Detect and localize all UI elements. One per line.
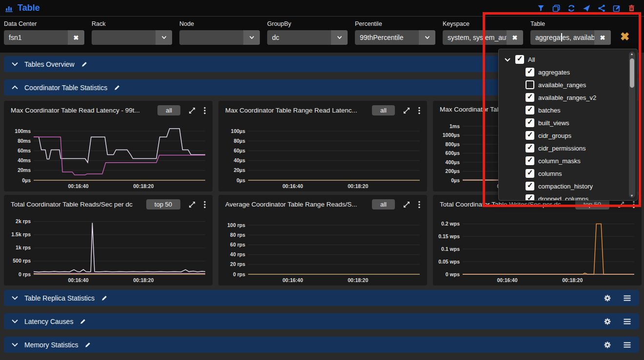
clear-all-filters-icon[interactable]: ✖ bbox=[620, 30, 629, 43]
checkbox[interactable] bbox=[526, 194, 534, 201]
svg-text:20 rps: 20 rps bbox=[230, 261, 245, 267]
checkbox[interactable] bbox=[526, 93, 534, 102]
delete-icon[interactable] bbox=[628, 4, 636, 13]
chevron-down-icon[interactable] bbox=[331, 30, 348, 45]
section-memory-statistics[interactable]: Memory Statistics bbox=[4, 337, 639, 353]
expand-icon[interactable] bbox=[403, 107, 410, 114]
refresh-icon[interactable] bbox=[567, 4, 576, 13]
svg-text:100µs: 100µs bbox=[231, 128, 246, 134]
checkbox[interactable] bbox=[526, 144, 534, 152]
kebab-menu-icon[interactable] bbox=[418, 107, 420, 114]
keyspace-input[interactable]: system, system_auth ✖ bbox=[443, 30, 523, 45]
expand-icon[interactable] bbox=[189, 201, 195, 208]
duplicate-icon[interactable] bbox=[552, 4, 561, 13]
groupby-value[interactable]: dc bbox=[267, 30, 331, 45]
checkbox[interactable] bbox=[526, 118, 534, 127]
expand-icon[interactable] bbox=[189, 107, 195, 114]
checkbox[interactable] bbox=[526, 131, 534, 140]
hamburger-menu-icon[interactable] bbox=[623, 295, 631, 302]
dropdown-item-all[interactable]: All bbox=[499, 53, 637, 66]
checkbox[interactable] bbox=[515, 55, 524, 64]
dropdown-item-label: cidr_permissions bbox=[538, 145, 586, 152]
send-icon[interactable] bbox=[583, 4, 591, 13]
dropdown-item[interactable]: built_views bbox=[499, 116, 637, 129]
gear-icon[interactable] bbox=[604, 294, 611, 302]
table-value[interactable]: aggregates, available bbox=[530, 30, 594, 45]
dropdown-item[interactable]: column_masks bbox=[499, 154, 637, 167]
svg-text:100ms: 100ms bbox=[15, 128, 31, 134]
pencil-icon[interactable] bbox=[101, 295, 108, 302]
percentile-select[interactable]: 99thPercentile bbox=[355, 30, 435, 45]
clear-icon[interactable]: ✖ bbox=[507, 30, 523, 45]
svg-text:00:18:20: 00:18:20 bbox=[133, 277, 154, 283]
edit-icon[interactable] bbox=[613, 4, 621, 13]
filter-icon[interactable] bbox=[537, 4, 546, 13]
rack-value[interactable] bbox=[92, 30, 156, 45]
pencil-icon[interactable] bbox=[79, 318, 86, 325]
chevron-down-icon[interactable] bbox=[505, 57, 511, 62]
keyspace-value[interactable]: system, system_auth bbox=[443, 30, 507, 45]
node-value[interactable] bbox=[179, 30, 243, 45]
dropdown-item-label: built_views bbox=[538, 119, 569, 127]
dropdown-item[interactable]: available_ranges bbox=[499, 78, 637, 91]
rack-select[interactable] bbox=[92, 30, 172, 45]
dropdown-item[interactable]: columns bbox=[499, 167, 637, 180]
dropdown-item[interactable]: available_ranges_v2 bbox=[499, 91, 637, 104]
dropdown-item[interactable]: batches bbox=[499, 104, 637, 116]
scrollbar[interactable] bbox=[629, 52, 635, 198]
data-center-input[interactable]: fsn1 ✖ bbox=[4, 30, 84, 45]
section-table-replica-statistics[interactable]: Table Replica Statistics bbox=[4, 290, 639, 306]
filter-table: Table aggregates, available ✖ bbox=[530, 20, 611, 45]
checkbox[interactable] bbox=[526, 68, 534, 76]
clear-icon[interactable]: ✖ bbox=[594, 30, 611, 45]
panel-filter-badge[interactable]: top 50 bbox=[146, 199, 180, 209]
node-select[interactable] bbox=[179, 30, 260, 45]
hamburger-menu-icon[interactable] bbox=[623, 318, 631, 325]
groupby-select[interactable]: dc bbox=[267, 30, 348, 45]
kebab-menu-icon[interactable] bbox=[633, 201, 635, 208]
dropdown-item[interactable]: dropped_columns bbox=[499, 192, 637, 201]
svg-text:0 rps: 0 rps bbox=[233, 271, 245, 277]
panel-filter-badge[interactable]: all bbox=[372, 105, 395, 115]
pencil-icon[interactable] bbox=[114, 84, 120, 91]
hamburger-menu-icon[interactable] bbox=[623, 341, 631, 348]
dropdown-item[interactable]: cidr_groups bbox=[499, 129, 637, 142]
chevron-down-icon[interactable] bbox=[419, 30, 435, 45]
clear-icon[interactable]: ✖ bbox=[68, 30, 84, 45]
bar-chart-icon bbox=[5, 4, 14, 13]
panel-filter-badge[interactable]: all bbox=[372, 199, 395, 209]
scrollbar-thumb[interactable] bbox=[630, 58, 634, 88]
checkbox[interactable] bbox=[526, 169, 534, 178]
panel-filter-badge[interactable]: all bbox=[157, 105, 180, 115]
kebab-menu-icon[interactable] bbox=[204, 107, 206, 114]
section-label: Table Replica Statistics bbox=[24, 294, 95, 302]
checkbox[interactable] bbox=[526, 156, 534, 165]
checkbox[interactable] bbox=[526, 106, 534, 114]
svg-text:500 rps: 500 rps bbox=[13, 258, 31, 264]
svg-text:60ms: 60ms bbox=[18, 148, 31, 153]
section-label: Memory Statistics bbox=[24, 341, 78, 349]
pencil-icon[interactable] bbox=[84, 341, 91, 348]
dropdown-item[interactable]: cidr_permissions bbox=[499, 142, 637, 154]
kebab-menu-icon[interactable] bbox=[204, 201, 206, 208]
section-latency-causes[interactable]: Latency Causes bbox=[4, 313, 639, 329]
gear-icon[interactable] bbox=[604, 318, 611, 325]
checkbox[interactable] bbox=[526, 182, 534, 190]
kebab-menu-icon[interactable] bbox=[418, 201, 420, 208]
data-center-value[interactable]: fsn1 bbox=[4, 30, 68, 45]
gear-icon[interactable] bbox=[604, 341, 611, 349]
chevron-down-icon[interactable] bbox=[243, 30, 260, 45]
svg-text:0 wps: 0 wps bbox=[446, 271, 460, 277]
expand-icon[interactable] bbox=[618, 201, 624, 208]
dropdown-item[interactable]: compaction_history bbox=[499, 180, 637, 192]
share-icon[interactable] bbox=[598, 4, 606, 13]
pencil-icon[interactable] bbox=[81, 61, 88, 68]
svg-text:00:16:40: 00:16:40 bbox=[68, 183, 89, 189]
expand-icon[interactable] bbox=[403, 201, 410, 208]
table-input[interactable]: aggregates, available ✖ bbox=[530, 30, 611, 45]
panel-filter-badge[interactable]: top 50 bbox=[575, 199, 609, 209]
checkbox[interactable] bbox=[526, 80, 534, 89]
percentile-value[interactable]: 99thPercentile bbox=[355, 30, 419, 45]
dropdown-item[interactable]: aggregates bbox=[499, 66, 637, 78]
chevron-down-icon[interactable] bbox=[156, 30, 172, 45]
